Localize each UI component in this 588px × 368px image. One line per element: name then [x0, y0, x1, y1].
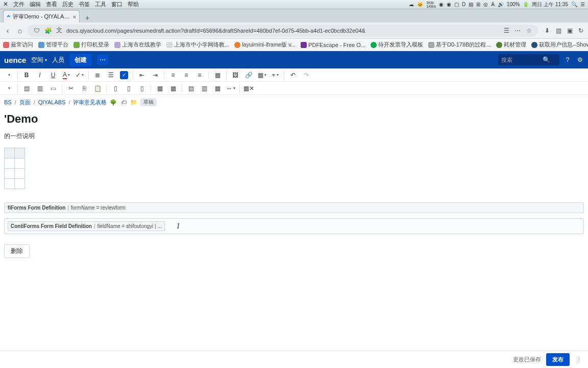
macro-field-row[interactable]: ContiForms Form Field Definition | field…: [4, 218, 584, 234]
table-row-dropdown[interactable]: [3, 83, 14, 94]
help-icon[interactable]: ?: [564, 56, 572, 64]
bookmark-item[interactable]: 上海市中小学网络教...: [166, 41, 229, 49]
macro-form-definition[interactable]: fiForms Form Definition | formName = rev…: [4, 202, 584, 213]
mac-menu-tools[interactable]: 工具: [95, 1, 106, 8]
bookmark-item[interactable]: 打印机登录: [74, 41, 109, 49]
table-cell[interactable]: [5, 169, 15, 179]
bookmark-item[interactable]: 获取用户信息--Show...: [531, 41, 588, 49]
bookmark-item[interactable]: PDFEscape - Free O...: [301, 42, 365, 48]
copy-row-button[interactable]: ⎘: [79, 83, 90, 94]
undo-button[interactable]: ↶: [287, 70, 299, 81]
header-row-button[interactable]: ▤: [185, 83, 197, 94]
nav-people[interactable]: 人员: [52, 56, 64, 64]
restrictions-icon[interactable]: 📁: [130, 99, 137, 106]
insert-col-before-button[interactable]: ▯: [110, 83, 121, 94]
cell-shade-button[interactable]: ▦: [212, 83, 223, 94]
bookmark-item[interactable]: 管理平台: [38, 41, 68, 49]
settings-gear-icon[interactable]: ⚙: [576, 56, 584, 64]
reload-icon[interactable]: ↻: [577, 27, 585, 35]
mac-menu-bookmarks[interactable]: 书签: [79, 1, 90, 8]
table-width-button[interactable]: ↔: [225, 83, 236, 94]
mac-menu-history[interactable]: 历史: [62, 1, 74, 8]
label-icon[interactable]: 🏷: [120, 99, 127, 106]
tab-close-icon[interactable]: ×: [73, 14, 76, 20]
number-list-button[interactable]: ☰: [105, 70, 116, 81]
bold-button[interactable]: B: [21, 70, 32, 81]
delete-col-button[interactable]: ▯: [136, 83, 148, 94]
table-cell[interactable]: [15, 179, 25, 189]
macro-field-definition[interactable]: ContiForms Form Field Definition | field…: [8, 221, 165, 231]
table-cell[interactable]: [5, 179, 15, 189]
table-cell[interactable]: [5, 158, 15, 169]
table-header-cell[interactable]: [15, 148, 25, 158]
library-icon[interactable]: ▥: [554, 27, 562, 35]
indent-button[interactable]: ⇥: [150, 70, 161, 81]
mac-menu-window[interactable]: 窗口: [111, 1, 122, 8]
confluence-logo[interactable]: uence: [4, 56, 26, 64]
more-formatting-button[interactable]: ✓: [74, 70, 85, 81]
delete-table-button[interactable]: ▦✕: [243, 83, 254, 94]
crumb-parent[interactable]: 评审意见表格: [73, 99, 107, 106]
merge-cells-button[interactable]: ▦: [154, 83, 165, 94]
mac-menu-view[interactable]: 查看: [46, 1, 57, 8]
content-table[interactable]: [4, 148, 25, 189]
align-left-button[interactable]: ≡: [167, 70, 179, 81]
mac-menu-edit[interactable]: 编辑: [30, 1, 41, 8]
editor-content[interactable]: 'Demo 的一些说明 fiForms Form Definition | fo…: [0, 109, 588, 262]
reader-icon[interactable]: ☰: [502, 27, 510, 35]
insert-col-after-button[interactable]: ▯: [123, 83, 134, 94]
align-center-button[interactable]: ≡: [181, 70, 192, 81]
crumb-space[interactable]: BS: [4, 99, 12, 105]
delete-button[interactable]: 删除: [4, 244, 30, 258]
table-header-cell[interactable]: [5, 148, 15, 158]
nav-space[interactable]: 空间▾: [31, 56, 47, 64]
search-input[interactable]: [501, 57, 542, 63]
more-icon[interactable]: ⋯: [513, 27, 522, 35]
search-box[interactable]: 🔍: [498, 54, 559, 65]
create-button[interactable]: 创建: [69, 54, 92, 66]
outdent-button[interactable]: ⇤: [136, 70, 148, 81]
header-col-button[interactable]: ▥: [199, 83, 210, 94]
status-search-icon[interactable]: 🔍: [571, 2, 577, 7]
delete-row-button[interactable]: ▭: [47, 83, 59, 94]
status-menu-icon[interactable]: ☰: [580, 2, 585, 7]
create-more-button[interactable]: ⋯: [97, 55, 108, 65]
tree-icon[interactable]: 🌳: [110, 99, 117, 106]
crumb-pages[interactable]: 页面: [19, 99, 31, 106]
table-cell[interactable]: [15, 158, 25, 169]
text-color-button[interactable]: A: [61, 70, 72, 81]
insert-row-before-button[interactable]: ▤: [21, 83, 32, 94]
table-cell[interactable]: [15, 169, 25, 179]
insert-table-button[interactable]: ▦: [256, 70, 267, 81]
mac-menu-help[interactable]: 帮助: [128, 1, 139, 8]
layout-button[interactable]: ▦: [212, 70, 223, 81]
text-cursor[interactable]: I: [177, 222, 180, 231]
bookmark-item[interactable]: 基于D0-178B的过程...: [428, 41, 491, 49]
search-icon[interactable]: 🔍: [542, 56, 550, 64]
bookmark-item[interactable]: layuimini-iframe版 v...: [234, 41, 296, 49]
bookmark-item[interactable]: 耗材管理: [496, 41, 526, 49]
insert-link-button[interactable]: 🔗: [243, 70, 254, 81]
browser-tab[interactable]: 评审Demo - QIYALABS - Confl... ×: [3, 10, 80, 22]
bookmark-star-icon[interactable]: ☆: [525, 27, 533, 35]
new-tab-button[interactable]: +: [82, 13, 93, 22]
redo-button[interactable]: ↷: [301, 70, 312, 81]
downloads-icon[interactable]: ⬇: [543, 27, 551, 35]
task-list-button[interactable]: ✓: [118, 70, 130, 81]
bullet-list-button[interactable]: ≣: [92, 70, 103, 81]
paste-row-button[interactable]: 📋: [92, 83, 103, 94]
bookmark-item[interactable]: 待开发票导入模板: [371, 41, 423, 49]
cut-row-button[interactable]: ✂: [65, 83, 77, 94]
insert-row-after-button[interactable]: ▥: [34, 83, 45, 94]
page-description[interactable]: 的一些说明: [4, 132, 584, 141]
address-field[interactable]: 🛡 🧩 文 docs.qiyacloud.com/pages/resumedra…: [28, 25, 538, 37]
italic-button[interactable]: I: [34, 70, 45, 81]
paragraph-style-dropdown[interactable]: [3, 70, 14, 81]
split-cell-button[interactable]: ▦: [167, 83, 179, 94]
nav-home-icon[interactable]: ⌂: [15, 26, 24, 35]
align-right-button[interactable]: ≡: [194, 70, 205, 81]
crumb-project[interactable]: QIYALABS: [38, 99, 66, 105]
bookmark-item[interactable]: 最常访问: [3, 41, 33, 49]
underline-button[interactable]: U: [47, 70, 59, 81]
sidebar-icon[interactable]: ▣: [566, 27, 574, 35]
